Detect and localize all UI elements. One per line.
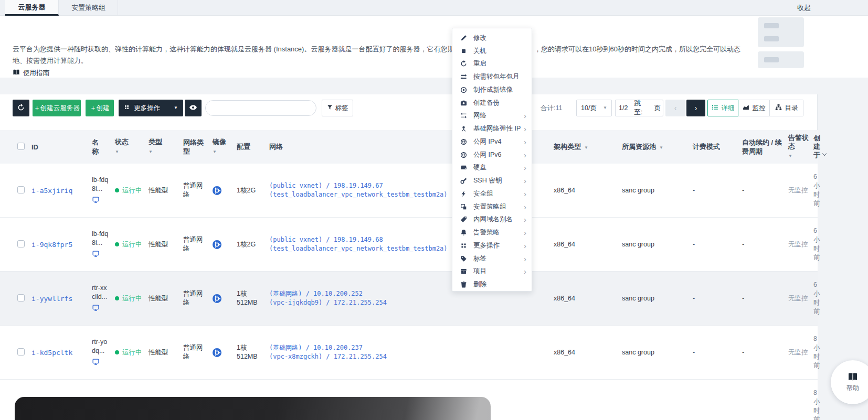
menu-item-billing-convert[interactable]: 按需转包年包月 bbox=[452, 70, 532, 83]
create-server-button[interactable]: ＋ 创建云服务器 bbox=[33, 100, 81, 116]
arch-cell: x86_64 bbox=[543, 241, 611, 248]
create-backup-icon bbox=[460, 99, 467, 106]
nettype-cell: 普通网络 bbox=[183, 181, 213, 199]
row-checkbox[interactable] bbox=[17, 240, 25, 247]
col-alarm[interactable]: 告警状态▼ bbox=[788, 134, 813, 160]
terminal-monitor-icon[interactable] bbox=[92, 358, 100, 367]
tag-filter-button[interactable]: 标签 bbox=[322, 100, 353, 116]
col-created[interactable]: 创建于 bbox=[813, 134, 834, 159]
menu-item-tag[interactable]: 标签› bbox=[452, 252, 532, 265]
menu-item-ipv6[interactable]: 公网 IPv6› bbox=[452, 148, 532, 161]
page-jump-box: 1/2 跳至: 页 bbox=[615, 100, 663, 116]
menu-item-eip[interactable]: 基础网络弹性 IP› bbox=[452, 122, 532, 135]
menu-item-make-image[interactable]: 制作成新镜像 bbox=[452, 83, 532, 96]
col-billing: 计费模式 bbox=[682, 142, 742, 152]
status-dot-icon bbox=[115, 296, 119, 300]
network-cell: (基础网络) / 10.10.200.237(vpc-x8mzgckh) / 1… bbox=[269, 343, 449, 361]
usage-guide-link[interactable]: 使用指南 bbox=[13, 69, 49, 78]
menu-item-disk[interactable]: 硬盘› bbox=[452, 161, 532, 175]
terminal-monitor-icon[interactable] bbox=[92, 196, 100, 205]
network-link[interactable]: (public vxnet) / 198.19.149.67 bbox=[269, 181, 444, 190]
menu-item-security-group[interactable]: 安全组› bbox=[452, 187, 532, 200]
intro-text-line2: 地、按需使用计算能力。 bbox=[13, 56, 88, 66]
instance-id-link[interactable]: i-kd5pcltk bbox=[31, 349, 72, 357]
menu-item-more-actions[interactable]: 更多操作› bbox=[452, 239, 532, 252]
menu-item-modify[interactable]: 修改 bbox=[452, 31, 532, 45]
server-list-panel: ＋ 创建云服务器 ＋ 创建 更多操作 ▼ 标签 合计:11 10/页 ▼ 1/2 bbox=[0, 94, 818, 420]
billing-cell: - bbox=[682, 241, 742, 248]
make-image-icon bbox=[460, 86, 467, 93]
per-page-select[interactable]: 10/页 ▼ bbox=[576, 100, 612, 116]
pool-cell: sanc group bbox=[611, 349, 682, 356]
col-pool[interactable]: 所属资源池▼ bbox=[611, 142, 682, 152]
renew-cell: - bbox=[742, 295, 788, 302]
instance-id-link[interactable]: i-9qk8fpr5 bbox=[31, 241, 72, 249]
collapse-button[interactable]: 收起 bbox=[797, 0, 811, 16]
tab-placement-group[interactable]: 安置策略组 bbox=[59, 0, 118, 16]
menu-item-delete[interactable]: 删除 bbox=[452, 278, 532, 291]
ubuntu-icon[interactable] bbox=[213, 240, 232, 249]
terminal-monitor-icon[interactable] bbox=[92, 250, 100, 259]
menu-item-restart[interactable]: 重启 bbox=[452, 58, 532, 71]
row-checkbox[interactable] bbox=[17, 294, 25, 301]
network-icon bbox=[460, 112, 467, 120]
menu-item-ssh-key[interactable]: SSH 密钥› bbox=[452, 174, 532, 187]
tab-cloud-server[interactable]: 云服务器 bbox=[5, 0, 59, 16]
visibility-button[interactable] bbox=[185, 100, 202, 116]
sort-caret-icon: ▼ bbox=[788, 152, 792, 160]
billing-cell: - bbox=[682, 295, 742, 302]
menu-item-project[interactable]: 项目› bbox=[452, 265, 532, 278]
menu-item-shutdown[interactable]: 关机 bbox=[452, 45, 532, 58]
tag-icon bbox=[460, 255, 467, 262]
col-image[interactable]: 镜像▼ bbox=[213, 138, 237, 156]
chevron-right-icon: › bbox=[695, 104, 697, 112]
prev-page-button[interactable]: ‹ bbox=[665, 100, 685, 116]
network-link[interactable]: (vpc-ijqkdqb9) / 172.21.255.254 bbox=[269, 298, 444, 307]
network-link[interactable]: (test_loadbalancer_vpc_network_testbm_te… bbox=[269, 244, 444, 253]
network-link[interactable]: (基础网络) / 10.10.200.237 bbox=[269, 343, 444, 352]
menu-item-placement-group[interactable]: 安置策略组› bbox=[452, 200, 532, 213]
menu-item-network[interactable]: 网络› bbox=[452, 110, 532, 123]
menu-item-alarm-policy[interactable]: 告警策略› bbox=[452, 226, 532, 239]
network-link[interactable]: (test_loadbalancer_vpc_network_testbm_te… bbox=[269, 190, 444, 199]
instance-id-link[interactable]: i-a5xjiriq bbox=[31, 187, 72, 195]
help-button[interactable]: 帮助 bbox=[831, 360, 868, 404]
more-actions-dropdown[interactable]: 更多操作 ▼ bbox=[119, 100, 183, 116]
terminal-monitor-icon[interactable] bbox=[92, 304, 100, 313]
renew-cell: - bbox=[742, 349, 788, 356]
network-link[interactable]: (public vxnet) / 198.19.149.68 bbox=[269, 235, 444, 244]
table-row: i-a5xjiriq lb-fdq8i... 运行中 性能型 普通网络 1核2G… bbox=[0, 164, 818, 218]
submenu-arrow-icon: › bbox=[524, 255, 526, 263]
select-all-checkbox[interactable] bbox=[17, 143, 25, 150]
row-checkbox[interactable] bbox=[17, 186, 25, 193]
col-arch[interactable]: 架构类型▼ bbox=[543, 142, 611, 152]
col-type[interactable]: 类型▼ bbox=[149, 138, 183, 156]
view-detail-button[interactable]: 详细 bbox=[707, 100, 738, 116]
menu-item-dns-alias[interactable]: 内网域名别名› bbox=[452, 213, 532, 227]
col-name: 名称 bbox=[92, 138, 115, 156]
view-catalog-button[interactable]: 目录 bbox=[770, 100, 803, 116]
view-monitor-button[interactable]: 监控 bbox=[738, 100, 770, 116]
col-status[interactable]: 状态▼ bbox=[115, 138, 149, 156]
menu-item-ipv4[interactable]: 公网 IPv4› bbox=[452, 135, 532, 148]
created-cell: 8小时前 bbox=[813, 335, 834, 370]
ubuntu-icon[interactable] bbox=[213, 294, 232, 303]
menu-item-create-backup[interactable]: 创建备份 bbox=[452, 96, 532, 110]
status-cell: 运行中 bbox=[115, 294, 149, 303]
create-button[interactable]: ＋ 创建 bbox=[86, 100, 114, 116]
created-cell: 6小时前 bbox=[813, 281, 834, 316]
search-input[interactable] bbox=[205, 100, 316, 116]
filter-funnel-icon bbox=[327, 104, 333, 112]
network-link[interactable]: (基础网络) / 10.10.200.252 bbox=[269, 289, 444, 298]
total-count: 合计:11 bbox=[541, 100, 562, 116]
jump-page-input[interactable] bbox=[642, 104, 654, 112]
row-checkbox[interactable] bbox=[17, 348, 25, 356]
refresh-button[interactable] bbox=[13, 100, 29, 116]
status-dot-icon bbox=[115, 242, 119, 246]
instance-id-link[interactable]: i-yywllrfs bbox=[31, 295, 72, 303]
table-row: i-kd5pcltk rtr-yodq... 运行中 性能型 普通网络 1核51… bbox=[0, 326, 818, 380]
ubuntu-icon[interactable] bbox=[213, 348, 232, 357]
ubuntu-icon[interactable] bbox=[213, 186, 232, 195]
network-link[interactable]: (vpc-x8mzgckh) / 172.21.255.254 bbox=[269, 352, 444, 361]
next-page-button[interactable]: › bbox=[686, 100, 705, 116]
